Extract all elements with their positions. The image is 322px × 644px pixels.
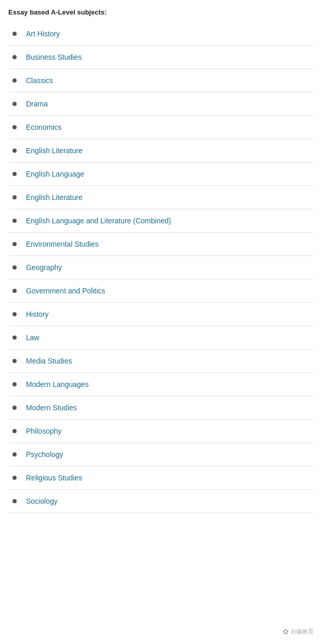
bullet-icon xyxy=(12,172,17,176)
watermark-icon: ✿ xyxy=(283,627,289,636)
subject-name: Drama xyxy=(26,100,48,108)
bullet-icon xyxy=(12,359,17,363)
list-item: Drama xyxy=(8,92,314,116)
bullet-icon xyxy=(12,102,17,106)
subject-name: Psychology xyxy=(26,450,63,459)
subject-name: History xyxy=(26,310,49,318)
bullet-icon xyxy=(12,32,17,36)
list-item: English Literature xyxy=(8,186,314,209)
subject-name: Religious Studies xyxy=(26,474,82,482)
subject-name: English Literature xyxy=(26,193,83,202)
subject-name: Government and Politics xyxy=(26,287,105,295)
subject-name: Economics xyxy=(26,123,61,131)
bullet-icon xyxy=(12,265,17,270)
list-item: Philosophy xyxy=(8,420,314,443)
list-item: Art History xyxy=(8,22,314,46)
list-item: Modern Studies xyxy=(8,396,314,420)
list-item: Modern Languages xyxy=(8,373,314,396)
page-container: Essay based A-Level subjects: Art Histor… xyxy=(0,0,322,534)
list-item: Economics xyxy=(8,116,314,139)
list-item: Environmental Studies xyxy=(8,233,314,256)
subject-name: Law xyxy=(26,333,39,342)
list-item: English Literature xyxy=(8,139,314,163)
bullet-icon xyxy=(12,406,17,410)
subject-list: Art HistoryBusiness StudiesClassicsDrama… xyxy=(8,22,314,513)
list-item: Media Studies xyxy=(8,350,314,373)
bullet-icon xyxy=(12,499,17,503)
bullet-icon xyxy=(12,125,17,129)
bullet-icon xyxy=(12,289,17,293)
list-item: Sociology xyxy=(8,490,314,513)
bullet-icon xyxy=(12,219,17,223)
bullet-icon xyxy=(12,55,17,59)
subject-name: Philosophy xyxy=(26,427,62,435)
watermark-text: 剑藤教育 xyxy=(291,628,314,636)
bullet-icon xyxy=(12,429,17,433)
list-item: Psychology xyxy=(8,443,314,466)
bullet-icon xyxy=(12,149,17,153)
section-title: Essay based A-Level subjects: xyxy=(8,8,314,16)
subject-name: English Literature xyxy=(26,146,83,155)
subject-name: Business Studies xyxy=(26,53,82,61)
list-item: History xyxy=(8,303,314,326)
list-item: Government and Politics xyxy=(8,279,314,303)
list-item: Law xyxy=(8,326,314,350)
bullet-icon xyxy=(12,476,17,480)
subject-name: English Language and Literature (Combine… xyxy=(26,217,171,225)
bullet-icon xyxy=(12,312,17,316)
list-item: Religious Studies xyxy=(8,466,314,490)
subject-name: Media Studies xyxy=(26,357,72,365)
subject-name: Sociology xyxy=(26,497,58,505)
list-item: Geography xyxy=(8,256,314,279)
bullet-icon xyxy=(12,195,17,199)
subject-name: Environmental Studies xyxy=(26,240,99,248)
bullet-icon xyxy=(12,452,17,457)
subject-name: Art History xyxy=(26,30,60,38)
list-item: English Language xyxy=(8,163,314,186)
subject-name: Modern Studies xyxy=(26,404,77,412)
bullet-icon xyxy=(12,336,17,340)
list-item: English Language and Literature (Combine… xyxy=(8,209,314,233)
list-item: Classics xyxy=(8,69,314,92)
subject-name: Geography xyxy=(26,263,62,272)
list-item: Business Studies xyxy=(8,46,314,69)
subject-name: Classics xyxy=(26,76,53,85)
bullet-icon xyxy=(12,78,17,83)
bullet-icon xyxy=(12,242,17,246)
watermark: ✿ 剑藤教育 xyxy=(283,627,314,636)
subject-name: Modern Languages xyxy=(26,380,89,388)
bullet-icon xyxy=(12,382,17,386)
subject-name: English Language xyxy=(26,170,84,178)
